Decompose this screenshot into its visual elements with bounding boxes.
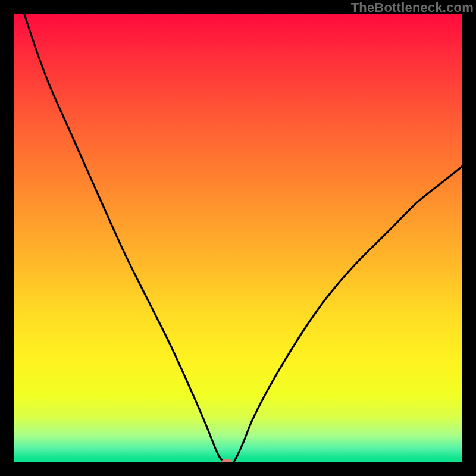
plot-area xyxy=(14,14,462,462)
chart-frame: TheBottleneck.com xyxy=(0,0,476,476)
watermark-text: TheBottleneck.com xyxy=(351,0,474,15)
bottleneck-curve xyxy=(14,14,462,462)
optimum-marker xyxy=(221,459,232,462)
